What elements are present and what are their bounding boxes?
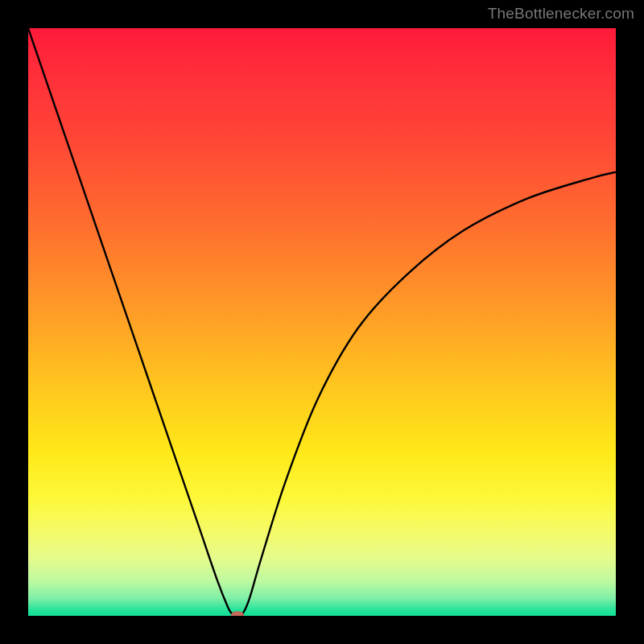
curve-layer [28, 28, 616, 616]
optimal-point-marker [231, 612, 244, 617]
plot-area [28, 28, 616, 616]
chart-frame: TheBottlenecker.com [0, 0, 644, 644]
watermark-text: TheBottlenecker.com [488, 5, 634, 23]
bottleneck-curve [28, 28, 616, 616]
